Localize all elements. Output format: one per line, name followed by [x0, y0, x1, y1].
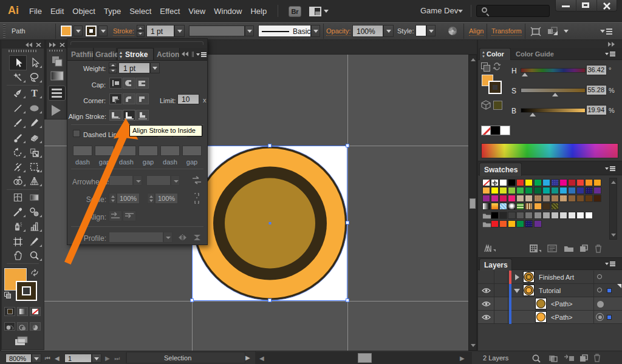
svg-text:T: T	[31, 88, 38, 98]
